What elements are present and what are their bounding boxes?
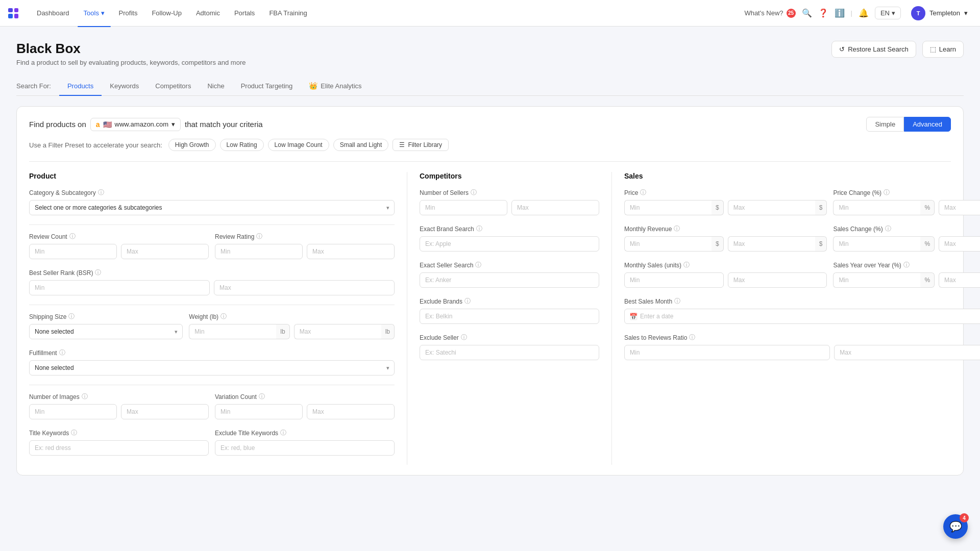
exact-brand-info-icon[interactable]: ⓘ bbox=[476, 224, 482, 233]
monthly-sales-info-icon[interactable]: ⓘ bbox=[683, 261, 690, 269]
review-rating-info-icon[interactable]: ⓘ bbox=[256, 232, 262, 241]
review-rating-min[interactable] bbox=[215, 244, 303, 259]
price-change-info-icon[interactable]: ⓘ bbox=[884, 188, 890, 197]
exclude-title-info-icon[interactable]: ⓘ bbox=[280, 429, 286, 437]
sales-yoy-info-icon[interactable]: ⓘ bbox=[903, 261, 910, 269]
sales-reviews-max[interactable] bbox=[834, 345, 980, 360]
logo[interactable] bbox=[8, 8, 18, 18]
sales-change-info-icon[interactable]: ⓘ bbox=[885, 224, 891, 233]
price-min[interactable] bbox=[624, 200, 712, 215]
exclude-seller-input[interactable] bbox=[420, 345, 599, 360]
sales-change-max[interactable] bbox=[939, 236, 980, 252]
tab-products[interactable]: Products bbox=[59, 77, 102, 96]
preset-low-image-count[interactable]: Low Image Count bbox=[268, 139, 329, 151]
review-rating-max[interactable] bbox=[307, 244, 395, 259]
num-sellers-max[interactable] bbox=[511, 200, 599, 215]
preset-low-rating[interactable]: Low Rating bbox=[220, 139, 264, 151]
price-info-icon[interactable]: ⓘ bbox=[640, 188, 646, 197]
bell-icon[interactable]: 🔔 bbox=[859, 8, 869, 18]
best-sales-month-input[interactable] bbox=[624, 309, 980, 324]
info-circle-icon[interactable]: ℹ️ bbox=[835, 8, 845, 18]
monthly-sales-max[interactable] bbox=[728, 272, 827, 288]
num-sellers-min[interactable] bbox=[420, 200, 507, 215]
category-info-icon[interactable]: ⓘ bbox=[98, 188, 104, 197]
variation-max[interactable] bbox=[307, 404, 395, 419]
fulfillment-select[interactable]: None selected bbox=[29, 360, 395, 375]
sales-reviews-ratio-group: Sales to Reviews Ratio ⓘ bbox=[624, 333, 980, 360]
sales-reviews-ratio-info-icon[interactable]: ⓘ bbox=[689, 333, 695, 342]
sales-yoy-max[interactable] bbox=[939, 272, 980, 288]
review-count-info-icon[interactable]: ⓘ bbox=[69, 232, 76, 241]
shipping-size-select[interactable]: None selected bbox=[29, 324, 183, 339]
monthly-revenue-info-icon[interactable]: ⓘ bbox=[674, 224, 680, 233]
help-icon[interactable]: ❓ bbox=[818, 8, 828, 18]
sales-change-min[interactable] bbox=[833, 236, 920, 252]
tab-competitors[interactable]: Competitors bbox=[147, 77, 199, 96]
nav-tools[interactable]: Tools ▾ bbox=[78, 6, 111, 20]
tab-keywords[interactable]: Keywords bbox=[102, 77, 147, 96]
review-count-min[interactable] bbox=[29, 244, 117, 259]
nav-portals[interactable]: Portals bbox=[228, 6, 261, 20]
bsr-max[interactable] bbox=[214, 280, 395, 295]
num-images-min[interactable] bbox=[29, 404, 117, 419]
exclude-brands-input[interactable] bbox=[420, 309, 599, 324]
shipping-size-info-icon[interactable]: ⓘ bbox=[68, 312, 75, 321]
price-change-max[interactable] bbox=[939, 200, 980, 215]
num-images-info-icon[interactable]: ⓘ bbox=[82, 392, 88, 401]
variation-count-info-icon[interactable]: ⓘ bbox=[259, 392, 265, 401]
monthly-revenue-max[interactable] bbox=[728, 236, 815, 252]
exact-seller-info-icon[interactable]: ⓘ bbox=[475, 261, 481, 269]
nav-profits[interactable]: Profits bbox=[113, 6, 144, 20]
exclude-brands-info-icon[interactable]: ⓘ bbox=[464, 297, 471, 306]
advanced-view-button[interactable]: Advanced bbox=[904, 117, 951, 132]
simple-view-button[interactable]: Simple bbox=[866, 117, 904, 132]
sales-yoy-min[interactable] bbox=[833, 272, 920, 288]
filter-library-button[interactable]: ☰ Filter Library bbox=[393, 139, 449, 151]
sales-reviews-min[interactable] bbox=[624, 345, 830, 360]
whats-new-button[interactable]: What's New? 25 bbox=[744, 9, 795, 18]
bsr-info-icon[interactable]: ⓘ bbox=[95, 268, 101, 277]
nav-dashboard[interactable]: Dashboard bbox=[31, 6, 76, 20]
price-change-min-unit: % bbox=[920, 200, 935, 215]
title-keywords-input[interactable] bbox=[29, 440, 209, 456]
best-sales-month-info-icon[interactable]: ⓘ bbox=[674, 297, 680, 306]
title-keywords-info-icon[interactable]: ⓘ bbox=[71, 429, 77, 437]
tab-niche[interactable]: Niche bbox=[199, 77, 232, 96]
monthly-sales-min[interactable] bbox=[624, 272, 724, 288]
nav-adtomic[interactable]: Adtomic bbox=[190, 6, 226, 20]
exclude-seller-info-icon[interactable]: ⓘ bbox=[461, 333, 467, 342]
num-images-max[interactable] bbox=[121, 404, 209, 419]
weight-max[interactable] bbox=[294, 324, 381, 339]
nav-fba[interactable]: FBA Training bbox=[263, 6, 313, 20]
preset-high-growth[interactable]: High Growth bbox=[168, 139, 216, 151]
review-count-max[interactable] bbox=[121, 244, 209, 259]
exclude-title-input[interactable] bbox=[215, 440, 395, 456]
exact-brand-input[interactable] bbox=[420, 236, 599, 252]
variation-min[interactable] bbox=[215, 404, 303, 419]
search-icon[interactable]: 🔍 bbox=[802, 8, 812, 18]
fulfillment-info-icon[interactable]: ⓘ bbox=[59, 348, 65, 357]
preset-small-and-light[interactable]: Small and Light bbox=[333, 139, 389, 151]
weight-info-icon[interactable]: ⓘ bbox=[220, 312, 227, 321]
main-content: Black Box Find a product to sell by eval… bbox=[0, 27, 980, 551]
monthly-revenue-min[interactable] bbox=[624, 236, 712, 252]
language-selector[interactable]: EN ▾ bbox=[875, 7, 901, 19]
chat-bubble[interactable]: 💬 4 bbox=[943, 514, 968, 539]
exact-seller-input[interactable] bbox=[420, 272, 599, 288]
tab-elite-analytics[interactable]: 👑 Elite Analytics bbox=[301, 77, 370, 96]
user-menu[interactable]: T Templeton ▾ bbox=[907, 4, 972, 22]
bsr-min[interactable] bbox=[29, 280, 210, 295]
tab-product-targeting[interactable]: Product Targeting bbox=[233, 77, 301, 96]
calendar-icon: 📅 bbox=[629, 313, 638, 320]
amazon-selector[interactable]: a 🇺🇸 www.amazon.com ▾ bbox=[90, 118, 181, 131]
nav-followup[interactable]: Follow-Up bbox=[145, 6, 188, 20]
price-change-min[interactable] bbox=[833, 200, 920, 215]
learn-button[interactable]: ⬚ Learn bbox=[922, 41, 964, 58]
price-max[interactable] bbox=[728, 200, 815, 215]
page-subtitle: Find a product to sell by evaluating pro… bbox=[16, 59, 246, 66]
review-rating-group: Review Rating ⓘ bbox=[215, 232, 395, 259]
weight-min[interactable] bbox=[189, 324, 276, 339]
restore-last-search-button[interactable]: ↺ Restore Last Search bbox=[831, 41, 916, 58]
num-sellers-info-icon[interactable]: ⓘ bbox=[471, 188, 477, 197]
category-select[interactable]: Select one or more categories & subcateg… bbox=[29, 200, 395, 215]
